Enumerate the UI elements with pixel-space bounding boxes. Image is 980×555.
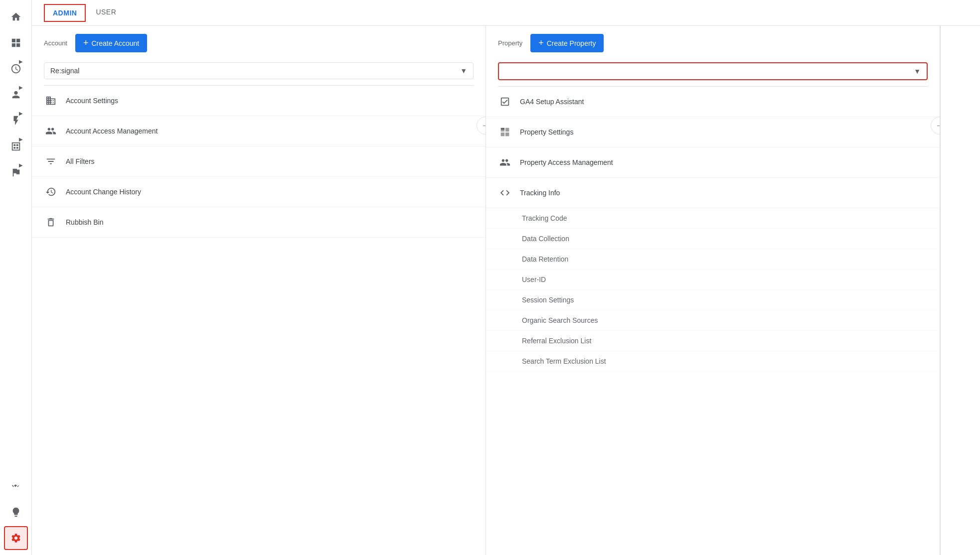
svg-rect-3 xyxy=(505,128,509,132)
account-settings-label: Account Settings xyxy=(66,97,118,105)
table-icon[interactable]: ▶ xyxy=(4,135,28,158)
referral-exclusion-label: Referral Exclusion List xyxy=(522,337,591,345)
empty-column xyxy=(940,26,980,555)
tracking-info-label: Tracking Info xyxy=(520,189,560,197)
svg-rect-2 xyxy=(501,133,504,136)
account-dropdown[interactable]: Re:signal ▼ xyxy=(44,62,474,79)
data-retention-label: Data Retention xyxy=(522,255,568,263)
account-dropdown-value: Re:signal xyxy=(50,67,79,75)
referral-exclusion-item[interactable]: Referral Exclusion List xyxy=(486,331,940,351)
organic-search-label: Organic Search Sources xyxy=(522,316,598,324)
plus-icon: + xyxy=(83,38,89,48)
clock-icon[interactable]: ▶ xyxy=(4,57,28,81)
property-access-label: Property Access Management xyxy=(520,158,613,166)
account-column-header: Account + Create Account xyxy=(32,26,486,60)
ga4-setup-item[interactable]: GA4 Setup Assistant xyxy=(486,87,940,117)
create-account-label: Create Account xyxy=(92,39,140,47)
checkbox-icon xyxy=(498,95,512,109)
property-column-header: Property + Create Property xyxy=(486,26,940,60)
code-icon xyxy=(498,186,512,200)
admin-area: Account + Create Account Re:signal ▼ xyxy=(32,26,980,555)
property-settings-label: Property Settings xyxy=(520,128,573,136)
tab-admin[interactable]: ADMIN xyxy=(44,4,86,22)
data-collection-item[interactable]: Data Collection xyxy=(486,229,940,249)
account-history-label: Account Change History xyxy=(66,188,141,196)
svg-rect-4 xyxy=(505,133,509,136)
filter-icon xyxy=(44,154,58,168)
top-nav: ADMIN USER xyxy=(32,0,980,26)
session-settings-item[interactable]: Session Settings xyxy=(486,290,940,310)
main-content: ADMIN USER Account + Create Account Re:s… xyxy=(32,0,980,555)
gear-icon[interactable] xyxy=(4,526,28,550)
svg-rect-0 xyxy=(501,128,504,130)
user-id-item[interactable]: User-ID xyxy=(486,270,940,290)
squiggle-icon[interactable] xyxy=(4,474,28,498)
flag-icon[interactable]: ▶ xyxy=(4,160,28,184)
person-icon[interactable]: ▶ xyxy=(4,83,28,107)
organic-search-item[interactable]: Organic Search Sources xyxy=(486,310,940,331)
lightning-icon[interactable]: ▶ xyxy=(4,109,28,133)
plus-icon-property: + xyxy=(538,38,544,48)
tracking-info-item[interactable]: Tracking Info xyxy=(486,178,940,208)
property-column: Property + Create Property ▼ xyxy=(486,26,940,555)
trash-icon xyxy=(44,215,58,229)
people-icon xyxy=(44,124,58,138)
ga4-setup-label: GA4 Setup Assistant xyxy=(520,98,584,106)
history-icon xyxy=(44,185,58,199)
create-account-button[interactable]: + Create Account xyxy=(75,34,147,52)
property-people-icon xyxy=(498,155,512,169)
home-icon[interactable] xyxy=(4,5,28,29)
rubbish-bin-item[interactable]: Rubbish Bin xyxy=(32,207,486,238)
property-access-item[interactable]: Property Access Management xyxy=(486,147,940,178)
property-dropdown[interactable]: ▼ xyxy=(498,62,928,80)
property-settings-item[interactable]: Property Settings xyxy=(486,117,940,147)
property-label: Property xyxy=(498,39,522,47)
svg-rect-1 xyxy=(501,130,504,132)
account-settings-item[interactable]: Account Settings xyxy=(32,86,486,116)
user-id-label: User-ID xyxy=(522,276,546,283)
account-access-label: Account Access Management xyxy=(66,127,158,135)
session-settings-label: Session Settings xyxy=(522,296,574,304)
search-term-exclusion-label: Search Term Exclusion List xyxy=(522,357,606,365)
account-access-item[interactable]: Account Access Management xyxy=(32,116,486,146)
arrow-right-icon: → xyxy=(481,121,486,131)
chevron-down-icon: ▼ xyxy=(460,67,467,75)
search-term-exclusion-item[interactable]: Search Term Exclusion List xyxy=(486,351,940,372)
data-retention-item[interactable]: Data Retention xyxy=(486,249,940,270)
account-history-item[interactable]: Account Change History xyxy=(32,177,486,207)
account-dropdown-row: Re:signal ▼ xyxy=(32,60,486,85)
create-property-button[interactable]: + Create Property xyxy=(530,34,604,52)
property-dropdown-row: ▼ xyxy=(486,60,940,86)
sidebar: ▶ ▶ ▶ ▶ ▶ xyxy=(0,0,32,555)
account-column: Account + Create Account Re:signal ▼ xyxy=(32,26,486,555)
layout-icon xyxy=(498,125,512,139)
lightbulb-icon[interactable] xyxy=(4,500,28,524)
create-property-label: Create Property xyxy=(547,39,596,47)
all-filters-label: All Filters xyxy=(66,157,95,165)
tab-user[interactable]: USER xyxy=(88,0,124,26)
rubbish-bin-label: Rubbish Bin xyxy=(66,218,104,226)
arrow-right-icon-2: → xyxy=(935,121,940,131)
nav-tabs: ADMIN USER xyxy=(44,0,124,26)
building-icon xyxy=(44,94,58,108)
all-filters-item[interactable]: All Filters xyxy=(32,146,486,177)
account-label: Account xyxy=(44,39,67,47)
data-collection-label: Data Collection xyxy=(522,235,569,243)
chevron-down-icon-property: ▼ xyxy=(914,67,921,75)
tracking-code-label: Tracking Code xyxy=(522,214,567,222)
dashboard-icon[interactable] xyxy=(4,31,28,55)
tracking-code-item[interactable]: Tracking Code xyxy=(486,208,940,229)
